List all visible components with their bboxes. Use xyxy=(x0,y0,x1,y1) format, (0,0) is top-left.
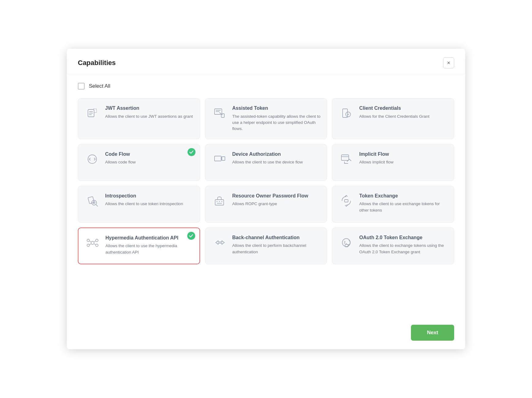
dialog-title: Capabilities xyxy=(78,59,116,67)
cap-title-implicit-flow: Implicit Flow xyxy=(359,151,448,158)
cap-desc-token-exchange: Allows the client to use exchange tokens… xyxy=(359,201,448,213)
selected-badge-code-flow xyxy=(188,148,196,156)
cap-content-token-exchange: Token ExchangeAllows the client to use e… xyxy=(359,193,448,213)
cap-desc-introspection: Allows the client to use token introspec… xyxy=(105,201,194,207)
svg-line-31 xyxy=(89,241,91,242)
cap-title-client-credentials: Client Credentials xyxy=(359,105,448,112)
svg-point-28 xyxy=(96,239,98,242)
device-authorization-icon xyxy=(211,151,227,167)
svg-point-27 xyxy=(87,239,89,242)
dialog-header: Capabilities × xyxy=(67,49,465,74)
svg-text:2: 2 xyxy=(344,241,346,244)
cap-content-introspection: IntrospectionAllows the client to use to… xyxy=(105,193,194,207)
svg-line-33 xyxy=(89,244,91,245)
svg-line-32 xyxy=(94,241,96,242)
svg-line-18 xyxy=(96,205,98,206)
cap-desc-assisted-token: The assisted-token capability allows the… xyxy=(232,113,321,132)
cap-title-assisted-token: Assisted Token xyxy=(232,105,321,112)
cap-desc-device-authorization: Allows the client to use the device flow xyxy=(232,159,321,165)
oauth-token-exchange-icon: 2 xyxy=(338,235,354,251)
cap-content-back-channel: Back-channel AuthenticationAllows the cl… xyxy=(232,235,321,255)
cap-desc-implicit-flow: Allows implicit flow xyxy=(359,159,448,165)
svg-rect-14 xyxy=(341,155,349,160)
client-credentials-icon xyxy=(338,105,354,121)
svg-rect-20 xyxy=(215,200,224,205)
cap-content-resource-owner: Resource Owner Password FlowAllows ROPC … xyxy=(232,193,321,207)
back-channel-icon xyxy=(211,235,227,251)
cap-content-jwt-assertion: JWT AssertionAllows the client to use JW… xyxy=(105,105,194,120)
introspection-icon xyxy=(84,193,100,209)
svg-point-29 xyxy=(87,244,89,247)
select-all-checkbox[interactable] xyxy=(78,83,85,90)
select-all-label: Select All xyxy=(89,83,110,89)
cap-desc-jwt-assertion: Allows the client to use JWT assertions … xyxy=(105,113,194,120)
capability-card-resource-owner[interactable]: Resource Owner Password FlowAllows ROPC … xyxy=(205,186,327,223)
hypermedia-auth-icon xyxy=(85,235,101,251)
cap-title-jwt-assertion: JWT Assertion xyxy=(105,105,194,112)
svg-point-26 xyxy=(91,241,94,244)
svg-rect-10 xyxy=(215,156,221,161)
svg-rect-25 xyxy=(344,200,348,202)
capability-card-introspection[interactable]: IntrospectionAllows the client to use to… xyxy=(78,186,200,223)
capability-card-back-channel[interactable]: Back-channel AuthenticationAllows the cl… xyxy=(205,228,327,264)
cap-content-client-credentials: Client CredentialsAllows for the Client … xyxy=(359,105,448,120)
cap-title-resource-owner: Resource Owner Password Flow xyxy=(232,193,321,199)
cap-desc-resource-owner: Allows ROPC grant-type xyxy=(232,201,321,207)
cap-content-oauth-token-exchange: OAuth 2.0 Token ExchangeAllows the clien… xyxy=(359,235,448,255)
cap-title-hypermedia-auth: Hypermedia Authentication API xyxy=(105,235,193,241)
selected-badge-hypermedia-auth xyxy=(187,232,195,240)
cap-title-device-authorization: Device Authorization xyxy=(232,151,321,158)
dialog-body: Select All JWT AssertionAllows the clien… xyxy=(67,74,465,320)
cap-desc-hypermedia-auth: Allows the client to use the hypermedia … xyxy=(105,243,193,255)
cap-title-introspection: Introspection xyxy=(105,193,194,199)
resource-owner-icon xyxy=(211,193,227,209)
svg-rect-11 xyxy=(222,157,225,160)
jwt-assertion-icon xyxy=(84,105,100,121)
cap-title-token-exchange: Token Exchange xyxy=(359,193,448,199)
assisted-token-icon xyxy=(211,105,227,121)
token-exchange-icon xyxy=(338,193,354,209)
dialog-footer: Next xyxy=(67,320,465,349)
capability-card-hypermedia-auth[interactable]: Hypermedia Authentication APIAllows the … xyxy=(78,228,200,264)
svg-line-34 xyxy=(94,244,96,245)
cap-title-oauth-token-exchange: OAuth 2.0 Token Exchange xyxy=(359,235,448,241)
select-all-row: Select All xyxy=(78,83,454,90)
cap-title-back-channel: Back-channel Authentication xyxy=(232,235,321,241)
capability-card-device-authorization[interactable]: Device AuthorizationAllows the client to… xyxy=(205,144,327,181)
capability-card-implicit-flow[interactable]: Implicit FlowAllows implicit flow xyxy=(332,144,454,181)
close-button[interactable]: × xyxy=(443,57,454,68)
svg-point-30 xyxy=(96,244,98,247)
cap-desc-back-channel: Allows the client to perform backchannel… xyxy=(232,243,321,255)
capability-card-token-exchange[interactable]: Token ExchangeAllows the client to use e… xyxy=(332,186,454,223)
cap-desc-code-flow: Allows code flow xyxy=(105,159,194,165)
capability-card-jwt-assertion[interactable]: JWT AssertionAllows the client to use JW… xyxy=(78,98,200,139)
implicit-flow-icon xyxy=(338,151,354,167)
cap-desc-client-credentials: Allows for the Client Credentials Grant xyxy=(359,113,448,120)
capability-card-client-credentials[interactable]: Client CredentialsAllows for the Client … xyxy=(332,98,454,139)
capabilities-grid: JWT AssertionAllows the client to use JW… xyxy=(78,98,454,264)
capability-card-oauth-token-exchange[interactable]: 2 OAuth 2.0 Token ExchangeAllows the cli… xyxy=(332,228,454,264)
cap-title-code-flow: Code Flow xyxy=(105,151,194,158)
capability-card-code-flow[interactable]: Code FlowAllows code flow xyxy=(78,144,200,181)
cap-content-hypermedia-auth: Hypermedia Authentication APIAllows the … xyxy=(105,235,193,255)
cap-content-device-authorization: Device AuthorizationAllows the client to… xyxy=(232,151,321,166)
cap-content-code-flow: Code FlowAllows code flow xyxy=(105,151,194,166)
capabilities-dialog: Capabilities × Select All JWT AssertionA… xyxy=(67,49,465,349)
capability-card-assisted-token[interactable]: Assisted TokenThe assisted-token capabil… xyxy=(205,98,327,139)
cap-desc-oauth-token-exchange: Allows the client to exchange tokens usi… xyxy=(359,243,448,255)
cap-content-assisted-token: Assisted TokenThe assisted-token capabil… xyxy=(232,105,321,132)
cap-content-implicit-flow: Implicit FlowAllows implicit flow xyxy=(359,151,448,166)
code-flow-icon xyxy=(84,151,100,167)
next-button[interactable]: Next xyxy=(411,325,454,341)
